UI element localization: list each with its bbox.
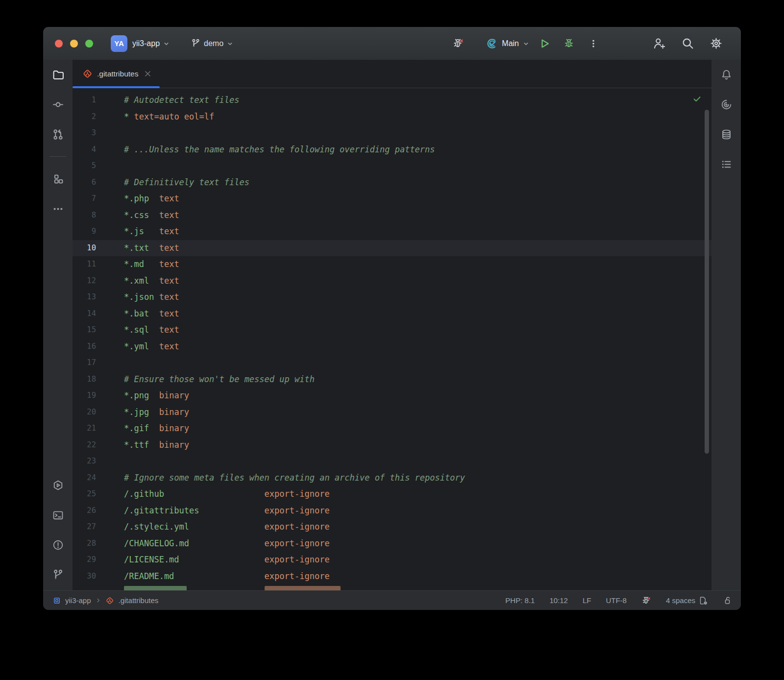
line-number[interactable]: 28 <box>73 535 96 552</box>
ai-assistant-tool-button[interactable] <box>717 96 735 113</box>
line-number[interactable]: 26 <box>73 503 96 519</box>
encoding-widget[interactable]: UTF-8 <box>606 596 627 605</box>
line-number[interactable]: 14 <box>73 306 96 322</box>
pull-requests-tool-button[interactable] <box>49 125 67 143</box>
line-number[interactable]: 16 <box>73 339 96 355</box>
vcs-widget[interactable]: demo <box>191 39 233 48</box>
code-line[interactable]: 20*.jpg binary <box>73 404 711 421</box>
git-tool-button[interactable] <box>49 566 67 583</box>
editor[interactable]: 1# Autodetect text files2* text=auto eol… <box>73 88 711 590</box>
line-number[interactable]: 19 <box>73 388 96 404</box>
code-line[interactable]: 17 <box>73 355 711 371</box>
zoom-window-button[interactable] <box>85 40 93 48</box>
debugger-disabled-button[interactable] <box>451 36 466 51</box>
code-line[interactable]: 28/CHANGELOG.md export-ignore <box>73 535 711 552</box>
line-number[interactable]: 2 <box>73 109 96 125</box>
code-line[interactable]: 8*.css text <box>73 207 711 224</box>
code-line[interactable]: 4# ...Unless the name matches the follow… <box>73 142 711 158</box>
debugger-off-widget[interactable] <box>641 596 651 606</box>
minimize-window-button[interactable] <box>70 40 78 48</box>
todo-tool-button[interactable] <box>717 155 735 173</box>
project-tool-button[interactable] <box>49 66 67 83</box>
project-widget[interactable]: yii3-app <box>132 39 170 48</box>
line-number[interactable]: 8 <box>73 207 96 224</box>
more-toolwindows-button[interactable] <box>49 200 67 218</box>
line-number[interactable]: 22 <box>73 437 96 454</box>
caret-position-widget[interactable]: 10:12 <box>549 596 568 605</box>
line-number[interactable]: 29 <box>73 552 96 568</box>
code-with-me-button[interactable] <box>652 36 666 51</box>
code-line[interactable]: 26/.gitattributes export-ignore <box>73 503 711 519</box>
breadcrumb-project[interactable]: yii3-app <box>65 596 91 605</box>
close-tab-icon[interactable] <box>145 71 151 77</box>
inspections-ok-icon[interactable] <box>692 94 702 103</box>
code-line[interactable]: 18# Ensure those won't be messed up with <box>73 371 711 388</box>
line-number[interactable]: 6 <box>73 174 96 191</box>
line-number[interactable]: 3 <box>73 125 96 142</box>
code-line[interactable]: 5 <box>73 158 711 174</box>
search-everywhere-button[interactable] <box>680 36 695 51</box>
code-line[interactable]: 3 <box>73 125 711 142</box>
code-line[interactable]: 6# Definitively text files <box>73 174 711 191</box>
line-number[interactable]: 23 <box>73 453 96 470</box>
breadcrumb-file[interactable]: .gitattributes <box>119 596 159 605</box>
line-separator-widget[interactable]: LF <box>583 596 591 605</box>
line-number[interactable]: 1 <box>73 92 96 109</box>
notifications-tool-button[interactable] <box>717 66 735 83</box>
run-configuration-widget[interactable]: Main <box>486 38 529 49</box>
close-window-button[interactable] <box>55 40 63 48</box>
code-line[interactable]: 15*.sql text <box>73 322 711 339</box>
line-number[interactable]: 10 <box>73 240 96 257</box>
services-tool-button[interactable] <box>49 476 67 494</box>
code-line[interactable]: 25/.github export-ignore <box>73 486 711 503</box>
terminal-tool-button[interactable] <box>49 506 67 524</box>
code-line[interactable]: 21*.gif binary <box>73 420 711 437</box>
line-number[interactable]: 27 <box>73 519 96 535</box>
line-number[interactable]: 18 <box>73 371 96 388</box>
line-number[interactable]: 17 <box>73 355 96 371</box>
debug-button[interactable] <box>562 36 576 51</box>
code-line[interactable]: 10*.txt text <box>73 240 711 257</box>
tab-gitattributes[interactable]: .gitattributes <box>73 60 160 88</box>
line-number[interactable]: 25 <box>73 486 96 503</box>
commit-tool-button[interactable] <box>49 96 67 113</box>
code-line[interactable]: 7*.php text <box>73 191 711 207</box>
code-line[interactable]: 13*.json text <box>73 289 711 306</box>
code-line[interactable]: 30/README.md export-ignore <box>73 568 711 585</box>
line-number[interactable]: 21 <box>73 420 96 437</box>
more-actions-button[interactable] <box>586 36 601 51</box>
line-number[interactable]: 13 <box>73 289 96 306</box>
line-number[interactable]: 24 <box>73 470 96 486</box>
line-number[interactable]: 9 <box>73 223 96 240</box>
line-number[interactable]: 15 <box>73 322 96 339</box>
line-number[interactable]: 30 <box>73 568 96 585</box>
code-line[interactable]: 24# Ignore some meta files when creating… <box>73 470 711 486</box>
php-version-widget[interactable]: PHP: 8.1 <box>505 596 535 605</box>
line-number[interactable]: 4 <box>73 142 96 158</box>
line-number[interactable]: 12 <box>73 273 96 290</box>
line-number[interactable]: 5 <box>73 158 96 174</box>
code-line[interactable]: 11*.md text <box>73 256 711 273</box>
code-line[interactable]: 12*.xml text <box>73 273 711 290</box>
code-line[interactable]: 14*.bat text <box>73 306 711 322</box>
line-number[interactable]: 20 <box>73 404 96 421</box>
line-number[interactable]: 11 <box>73 256 96 273</box>
code-line[interactable]: 1# Autodetect text files <box>73 92 711 109</box>
code-line[interactable]: 9*.js text <box>73 223 711 240</box>
database-tool-button[interactable] <box>717 125 735 143</box>
code-line[interactable]: 27/.styleci.yml export-ignore <box>73 519 711 535</box>
code-line[interactable]: 19*.png binary <box>73 388 711 404</box>
indent-widget[interactable]: 4 spaces <box>666 596 708 606</box>
code-line[interactable]: 22*.ttf binary <box>73 437 711 454</box>
settings-button[interactable] <box>709 36 723 51</box>
editor-scrollbar[interactable] <box>705 110 709 454</box>
code-line[interactable]: 29/LICENSE.md export-ignore <box>73 552 711 568</box>
problems-tool-button[interactable] <box>49 536 67 554</box>
readonly-toggle-widget[interactable] <box>723 596 732 605</box>
run-button[interactable] <box>537 36 552 51</box>
code-line[interactable]: 23 <box>73 453 711 470</box>
code-line[interactable]: 16*.yml text <box>73 339 711 355</box>
structure-tool-button[interactable] <box>49 170 67 188</box>
code-line[interactable]: 2* text=auto eol=lf <box>73 109 711 125</box>
line-number[interactable]: 7 <box>73 191 96 207</box>
